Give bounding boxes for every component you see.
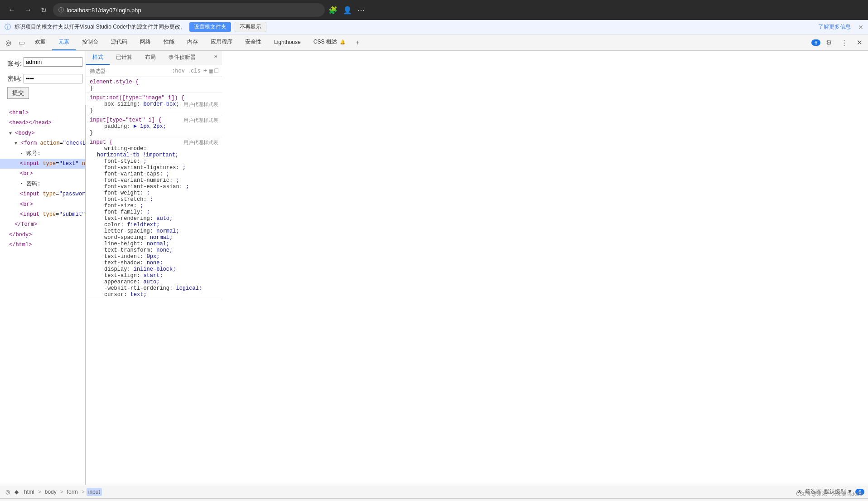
style-prop-appearance: appearance: auto;: [90, 279, 218, 285]
style-prop-color: color: fieldtext;: [90, 222, 218, 228]
info-icon: ⓘ: [5, 23, 11, 31]
username-row: 账号:: [7, 57, 78, 70]
extensions-icon[interactable]: 🧩: [328, 6, 338, 15]
password-label: 密码:: [7, 75, 22, 83]
tab-application[interactable]: 应用程序: [204, 34, 239, 50]
learn-more-link[interactable]: 了解更多信息: [818, 23, 851, 31]
eye-icon[interactable]: 👁: [797, 489, 802, 495]
set-root-button[interactable]: 设置根文件夹: [189, 22, 231, 32]
username-input[interactable]: [24, 57, 82, 67]
style-close-input-not: }: [90, 107, 218, 114]
styles-panel: 样式 已计算 布局 事件侦听器 » :hov .cls + ▦ □ elemen…: [86, 51, 222, 485]
style-selector-input-text: input[type="text" i] { 用户代理样式表: [90, 117, 218, 123]
bottom-bar: ◎ ◆ html > body > form > input 👁 筛选器 默认级…: [0, 485, 868, 498]
style-prop-rtl-ordering: -webkit-rtl-ordering: logical;: [90, 285, 218, 292]
new-rule-icon[interactable]: □: [215, 67, 218, 75]
styles-tab-layout[interactable]: 布局: [139, 51, 162, 65]
html-tag-input-text[interactable]: <input type="text" name="uName" value="a…: [0, 159, 85, 169]
level-select[interactable]: 默认级别 ▼: [824, 488, 853, 496]
issues-badge[interactable]: 6: [811, 39, 820, 46]
more-icon[interactable]: ⋯: [357, 6, 365, 15]
html-tag-input-submit[interactable]: <input type="submit" value="提交">: [0, 209, 85, 219]
back-button[interactable]: ←: [5, 4, 18, 16]
html-tag-form-close[interactable]: </form>: [0, 219, 85, 229]
style-prop-font-variant-lig: font-variant-ligatures: ;: [90, 165, 218, 171]
html-tag-head[interactable]: <head></head>: [0, 118, 85, 128]
tab-welcome[interactable]: 欢迎: [29, 34, 52, 50]
html-tag-br1[interactable]: <br>: [0, 169, 85, 179]
html-tag-form-open[interactable]: ▼ <form action="checkLogin.php" method="…: [0, 138, 85, 148]
password-input[interactable]: [24, 74, 82, 83]
style-selector-input: input { 用户代理样式表: [90, 139, 218, 146]
style-prop-cursor: cursor: text;: [90, 292, 218, 298]
inspect-element-button[interactable]: ◎: [2, 37, 15, 49]
add-tab-button[interactable]: +: [352, 37, 363, 48]
style-prop-text-align: text-align: start;: [90, 272, 218, 279]
style-prop-font-family: font-family: ;: [90, 209, 218, 215]
styles-tab-styles[interactable]: 样式: [86, 51, 110, 65]
issues-count[interactable]: 6: [855, 489, 864, 495]
submit-button[interactable]: 提交: [7, 87, 29, 99]
tab-elements[interactable]: 元素: [52, 34, 76, 50]
style-rule-input-text: input[type="text" i] { 用户代理样式表 padding: …: [86, 115, 222, 137]
devtools-nav: ◎ ▭ 欢迎 元素 控制台 源代码 网络 性能 内存 应用程序 安全性 Ligh…: [0, 34, 868, 51]
styles-filter-input[interactable]: [90, 68, 169, 74]
bottom-right: 👁 筛选器 默认级别 ▼ 6: [797, 488, 864, 496]
style-prop-writing-mode: writing-mode: horizontal-tb !important;: [90, 146, 218, 158]
main-content: 账号: 密码: 提交 <html> <head></head> ▼ <body>…: [0, 51, 868, 485]
profile-icon[interactable]: 👤: [343, 6, 352, 15]
style-rule-input-not: input:not([type="image" i]) { 用户代理样式表 bo…: [86, 93, 222, 115]
tab-network[interactable]: 网络: [134, 34, 157, 50]
style-prop-font-weight: font-weight: ;: [90, 190, 218, 196]
tab-sources[interactable]: 源代码: [105, 34, 134, 50]
tab-memory[interactable]: 内存: [181, 34, 204, 50]
styles-tab-computed[interactable]: 已计算: [110, 51, 139, 65]
tab-performance[interactable]: 性能: [157, 34, 181, 50]
style-prop-text-indent: text-indent: 0px;: [90, 253, 218, 260]
styles-tab-event-listeners[interactable]: 事件侦听器: [162, 51, 202, 65]
tab-lighthouse[interactable]: Lighthouse: [268, 34, 307, 50]
html-text-username[interactable]: · 账号:: [0, 149, 85, 159]
breadcrumb-icons[interactable]: ◎ ◆: [4, 488, 20, 496]
breadcrumb-input[interactable]: input: [87, 488, 102, 496]
info-bar: ⓘ 标识项目的根文件夹以打开Visual Studio Code中的源文件并同步…: [0, 20, 868, 34]
html-tag-br2[interactable]: <br>: [0, 199, 85, 209]
close-devtools-button[interactable]: ✕: [853, 37, 866, 49]
forward-button[interactable]: →: [22, 4, 34, 16]
style-prop-font-variant-ea: font-variant-east-asian: ;: [90, 184, 218, 190]
html-tag-body-open[interactable]: ▼ <body>: [0, 128, 85, 138]
tab-console[interactable]: 控制台: [76, 34, 105, 50]
html-text-password[interactable]: · 密码:: [0, 179, 85, 189]
customize-button[interactable]: ⋮: [837, 37, 851, 49]
styles-tab-more[interactable]: »: [210, 51, 222, 65]
breadcrumb-html[interactable]: html: [22, 488, 36, 496]
refresh-button[interactable]: ↻: [38, 4, 49, 16]
tab-css-overview[interactable]: CSS 概述 🔔: [307, 34, 352, 50]
filter-hov-tag[interactable]: :hov: [172, 68, 185, 74]
address-bar[interactable]: ⓘ localhost:81/day07/login.php: [53, 3, 325, 17]
tab-security[interactable]: 安全性: [239, 34, 268, 50]
style-prop-font-style: font-style: ;: [90, 158, 218, 165]
style-prop-line-height: line-height: normal;: [90, 241, 218, 247]
style-prop-display: display: inline-block;: [90, 266, 218, 272]
devtools-nav-right: 6 ⚙ ⋮ ✕: [811, 37, 866, 49]
html-tag-input-password[interactable]: <input type="password" name="uPwd" value…: [0, 189, 85, 199]
device-toolbar-button[interactable]: ▭: [15, 37, 29, 49]
breadcrumb-body[interactable]: body: [43, 488, 58, 496]
filter-label[interactable]: 筛选器: [805, 488, 821, 496]
html-tag-body-close[interactable]: </body>: [0, 230, 85, 240]
style-prop-text-shadow: text-shadow: none;: [90, 260, 218, 266]
inspect-style-icon[interactable]: ▦: [209, 67, 212, 75]
username-label: 账号:: [7, 60, 22, 68]
filter-cls-tag[interactable]: .cls: [188, 68, 201, 74]
filter-actions: + ▦ □: [203, 67, 218, 75]
settings-button[interactable]: ⚙: [822, 37, 835, 49]
no-show-button[interactable]: 不再显示: [235, 22, 266, 32]
add-style-icon[interactable]: +: [203, 67, 207, 75]
html-tag-html-close[interactable]: </html>: [0, 240, 85, 250]
style-prop-font-variant-caps: font-variant-caps: ;: [90, 171, 218, 177]
html-tag-html[interactable]: <html>: [0, 108, 85, 118]
close-info-button[interactable]: ✕: [858, 24, 863, 31]
style-prop-padding: padding: ► 1px 2px;: [90, 123, 218, 130]
breadcrumb-form[interactable]: form: [65, 488, 80, 496]
